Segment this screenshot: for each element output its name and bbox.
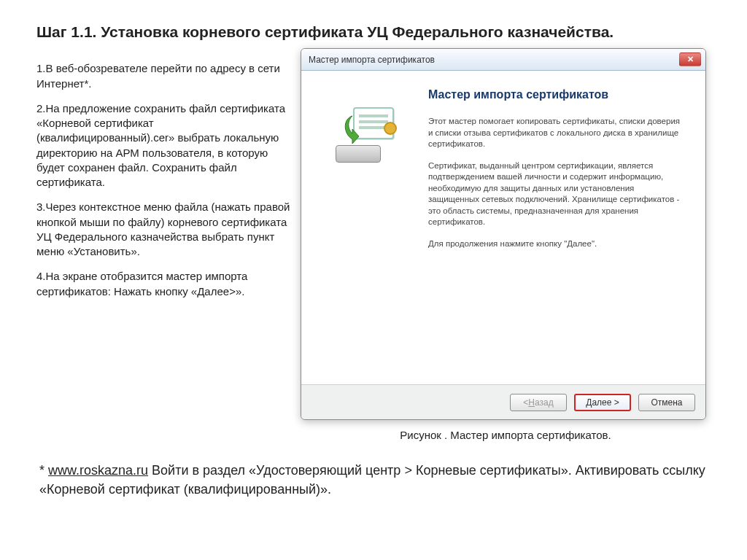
- wizard-window: Мастер импорта сертификатов ✕: [301, 48, 706, 420]
- screenshot-column: Мастер импорта сертификатов ✕: [301, 48, 711, 441]
- step-2: 2.На предложение сохранить файл сертифик…: [36, 101, 292, 190]
- footnote: * www.roskazna.ru Войти в раздел «Удосто…: [36, 462, 711, 498]
- wizard-body: Мастер импорта сертификатов Этот мастер …: [301, 71, 705, 384]
- wizard-paragraph-3: Для продолжения нажмите кнопку "Далее".: [428, 238, 686, 250]
- figure-caption: Рисунок . Мастер импорта сертификатов.: [301, 429, 711, 441]
- window-titlebar: Мастер импорта сертификатов ✕: [301, 49, 705, 71]
- wizard-text: Этот мастер помогает копировать сертифик…: [428, 116, 686, 249]
- back-button[interactable]: < Назад: [510, 394, 567, 411]
- back-button-rest: азад: [535, 397, 554, 408]
- close-icon[interactable]: ✕: [679, 52, 701, 66]
- next-button-rest: алее >: [592, 397, 619, 408]
- certificate-import-icon: [333, 107, 398, 166]
- footnote-prefix: *: [39, 463, 48, 478]
- next-button[interactable]: Далее >: [574, 394, 631, 411]
- wizard-paragraph-2: Сертификат, выданный центром сертификаци…: [428, 160, 686, 228]
- footnote-link[interactable]: www.roskazna.ru: [48, 463, 148, 478]
- instructions-column: 1.В веб-обозревателе перейти по адресу в…: [36, 48, 292, 441]
- step-3: 3.Через контекстное меню файла (нажать п…: [36, 200, 292, 259]
- cancel-button[interactable]: Отмена: [638, 394, 695, 411]
- wizard-button-row: < Назад Далее > Отмена: [301, 384, 705, 419]
- step-1: 1.В веб-обозревателе перейти по адресу в…: [36, 61, 292, 91]
- window-title: Мастер импорта сертификатов: [309, 55, 435, 65]
- step-4: 4.На экране отобразится мастер импорта с…: [36, 269, 292, 299]
- back-button-prefix: <: [523, 397, 528, 408]
- wizard-heading: Мастер импорта сертификатов: [428, 88, 686, 101]
- wizard-icon-column: [314, 88, 417, 377]
- next-button-mnemonic: Д: [586, 397, 592, 408]
- page-title: Шаг 1.1. Установка корневого сертификата…: [36, 22, 711, 42]
- wizard-main: Мастер импорта сертификатов Этот мастер …: [428, 88, 686, 377]
- window-controls: ✕: [679, 52, 701, 66]
- wizard-paragraph-1: Этот мастер помогает копировать сертифик…: [428, 116, 686, 150]
- back-button-mnemonic: Н: [528, 397, 535, 408]
- content-row: 1.В веб-обозревателе перейти по адресу в…: [36, 48, 711, 441]
